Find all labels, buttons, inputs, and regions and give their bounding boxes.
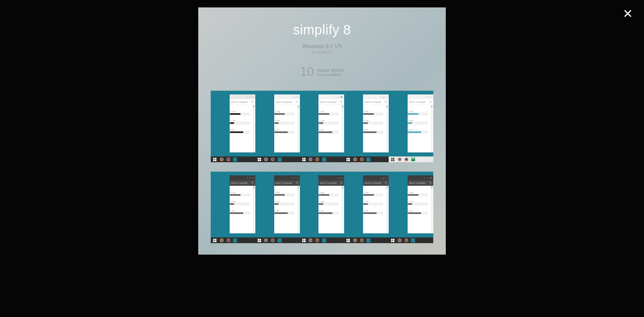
search-placeholder-text: earch Computer	[231, 101, 248, 103]
titlebar-control-icon: •	[338, 177, 338, 179]
scrollbar	[253, 105, 255, 152]
mock-titlebar: ▫□▣	[318, 94, 344, 99]
drive-usage-bar	[318, 203, 338, 205]
mock-search-bar: earch Computer	[408, 180, 433, 186]
browser-icon	[353, 157, 357, 162]
drive-label: .0 GB	[408, 201, 433, 203]
scrollbar	[386, 105, 388, 152]
drive-usage-bar	[363, 194, 383, 196]
search-placeholder-text: earch Computer	[409, 182, 426, 184]
drive-label: .0 GB	[319, 201, 344, 203]
drive-label: .3 GB	[230, 192, 255, 194]
drive-usage-bar	[408, 194, 427, 196]
mock-titlebar: ○○○	[408, 94, 433, 99]
svg-rect-66	[258, 239, 259, 240]
browser-icon	[360, 238, 364, 242]
scrollbar	[298, 186, 299, 233]
titlebar-control-icon: ○	[294, 177, 295, 179]
theme-thumbnail: –◻–earch Computer.3 GB.0 GB9 GB	[344, 172, 389, 243]
drive-usage-fill	[275, 194, 285, 196]
drive-row: 9 GB	[408, 210, 433, 214]
drive-label: .3 GB	[363, 192, 389, 194]
svg-line-85	[386, 183, 387, 184]
browser-icon	[264, 238, 268, 242]
drive-row: 9 GB	[363, 129, 389, 133]
search-icon	[429, 181, 432, 184]
drive-row: 9 GB	[230, 210, 255, 214]
svg-point-63	[227, 239, 230, 241]
svg-point-103	[405, 239, 408, 241]
start-icon	[346, 157, 350, 162]
drive-label: 9 GB	[408, 210, 433, 212]
drive-usage-fill	[230, 122, 234, 124]
drive-usage-fill	[230, 203, 234, 205]
browser-icon	[309, 157, 313, 162]
thumbnail-row-top: ○○○earch Computer.3 GB.0 GB9 GB|||earch …	[211, 91, 433, 162]
mock-search-bar: earch Computer	[363, 99, 389, 105]
svg-line-43	[431, 102, 432, 103]
browser-icon	[220, 238, 224, 242]
close-icon	[623, 9, 633, 18]
drive-usage-bar	[408, 122, 427, 124]
svg-point-29	[309, 158, 312, 161]
titlebar-control-icon: ○	[428, 96, 429, 98]
theme-thumbnail: |||earch Computer.3 GB.0 GB9 GB	[255, 91, 300, 162]
browser-icon	[226, 157, 230, 162]
drive-row: 9 GB	[274, 210, 300, 214]
mock-content: .3 GB.0 GB9 GB	[408, 186, 433, 233]
drive-usage-bar	[408, 203, 427, 205]
browser-icon	[397, 157, 402, 162]
theme-thumbnail: –◻–earch Computer.3 GB.0 GB9 GB	[344, 91, 389, 162]
drive-usage-fill	[408, 203, 412, 205]
drive-row: .0 GB	[408, 201, 433, 205]
start-icon	[302, 157, 306, 162]
mock-taskbar	[300, 237, 344, 243]
drive-usage-bar	[363, 113, 383, 115]
mock-window: ○○○earch Computer.3 GB.0 GB9 GB	[230, 175, 255, 233]
start-icon	[391, 238, 395, 242]
titlebar-control-icon: ▫	[336, 96, 336, 98]
search-icon	[296, 100, 299, 103]
drive-label: 9 GB	[319, 210, 344, 212]
count-number: 10	[300, 65, 314, 79]
start-icon	[346, 238, 350, 242]
mock-content: .3 GB.0 GB9 GB	[274, 105, 300, 152]
app-icon	[233, 238, 237, 242]
svg-rect-87	[348, 239, 350, 240]
browser-icon	[404, 238, 408, 242]
svg-rect-79	[304, 240, 306, 242]
titlebar-control-icon: ○	[297, 177, 298, 179]
drive-usage-bar	[363, 131, 383, 133]
mock-content: .3 GB.0 GB9 GB	[408, 105, 433, 152]
mock-window: |||earch Computer.3 GB.0 GB9 GB	[274, 94, 300, 152]
drive-row: .0 GB	[274, 201, 300, 205]
svg-point-21	[272, 158, 274, 161]
start-icon	[213, 157, 217, 162]
titlebar-control-icon: ○	[247, 96, 248, 98]
svg-rect-36	[346, 160, 348, 161]
svg-point-9	[220, 158, 223, 161]
drive-usage-fill	[319, 194, 329, 196]
svg-rect-59	[215, 240, 216, 242]
titlebar-control-icon: ○	[247, 177, 248, 179]
svg-rect-47	[393, 160, 394, 161]
browser-icon	[315, 157, 319, 162]
browser-icon	[309, 238, 313, 242]
app-icon	[411, 238, 415, 242]
scrollbar	[342, 186, 343, 233]
mock-window: ○○○earch Computer.3 GB.0 GB9 GB	[230, 94, 255, 152]
svg-rect-77	[304, 239, 306, 240]
drive-label: 9 GB	[230, 210, 255, 212]
svg-rect-37	[348, 160, 350, 161]
drive-row: .3 GB	[408, 111, 433, 115]
svg-point-101	[398, 239, 401, 241]
svg-rect-4	[213, 158, 214, 159]
preview-image[interactable]: simplify 8 Windows 8.1 VS by dpcdpc11 10…	[198, 7, 446, 255]
drive-usage-fill	[363, 194, 374, 196]
search-icon	[385, 100, 387, 103]
drive-label: .0 GB	[230, 120, 255, 122]
titlebar-control-icon: ◻	[383, 96, 385, 98]
close-button[interactable]	[620, 6, 635, 21]
svg-rect-78	[302, 240, 304, 242]
drive-row: .0 GB	[363, 201, 389, 205]
